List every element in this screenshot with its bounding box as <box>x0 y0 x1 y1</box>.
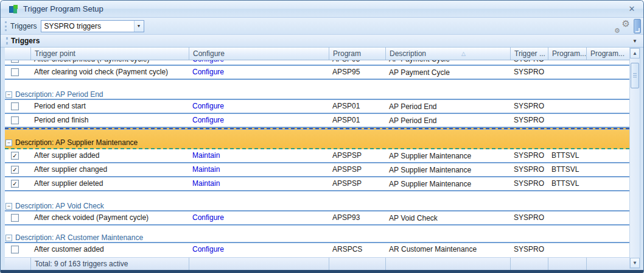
trigger-type-cell: SYSPRO <box>510 211 548 224</box>
title-bar: Trigger Program Setup ✕ <box>1 1 643 18</box>
close-icon[interactable]: ✕ <box>626 4 637 13</box>
program2-cell: BTTSVL <box>548 149 586 162</box>
description-cell: AP Payment Cycle <box>385 66 510 79</box>
row-checkbox[interactable]: ✓ <box>11 152 19 160</box>
trigger-type-cell: SYSPRO <box>510 100 548 113</box>
grid-footer: Total: 9 of 163 triggers active <box>5 257 629 270</box>
scrollbar-thumb[interactable] <box>631 63 639 88</box>
header-program[interactable]: Program <box>329 48 385 60</box>
panel-title: Triggers <box>11 37 40 45</box>
program-cell: APSP95 <box>329 66 385 79</box>
triggers-dropdown-value: SYSPRO triggers <box>41 22 134 30</box>
table-row[interactable]: After clearing void check (Payment cycle… <box>5 66 629 80</box>
configure-link[interactable]: Configure <box>192 60 224 63</box>
settings-gear-icon[interactable]: ⚙ ⚙ <box>614 20 630 33</box>
header-description[interactable]: Description △ <box>385 48 510 60</box>
chevron-down-icon[interactable]: ▼ <box>134 21 144 32</box>
description-cell: AP Void Check <box>385 211 510 224</box>
table-row[interactable]: After customer added Configure ARSPCS AR… <box>5 243 629 255</box>
panel-caret-icon[interactable]: ▼ <box>632 38 637 44</box>
maintain-link[interactable]: Maintain <box>192 179 220 188</box>
panel-grip[interactable] <box>6 37 8 44</box>
scroll-down-icon[interactable]: ▼ <box>630 258 640 268</box>
header-trigger-point[interactable]: Trigger point <box>30 48 189 60</box>
program2-cell: BTTSVL <box>548 177 586 190</box>
program2-cell <box>548 211 586 224</box>
total-triggers-active: Total: 9 of 163 triggers active <box>30 258 189 270</box>
program2-cell <box>548 100 586 113</box>
program-cell: APSP01 <box>329 100 385 113</box>
header-checkbox-column <box>5 48 30 60</box>
program-cell: APSPSP <box>329 149 385 162</box>
trigger-program-setup-window: Trigger Program Setup ✕ Triggers SYSPRO … <box>0 0 644 273</box>
trigger-point-cell: After check voided (Payment cycle) <box>30 211 189 224</box>
row-checkbox[interactable] <box>11 60 19 63</box>
description-cell: AP Supplier Maintenance <box>385 149 510 162</box>
collapse-icon[interactable]: − <box>5 235 12 241</box>
trigger-type-cell: SYSPRO <box>510 177 548 190</box>
scroll-up-icon[interactable]: ▲ <box>630 48 640 58</box>
toolbar-grip[interactable] <box>5 21 7 31</box>
program-cell: APSP93 <box>329 211 385 224</box>
program2-cell <box>548 114 586 127</box>
triggers-grid: Trigger point Configure Program Descript… <box>5 48 629 270</box>
configure-link[interactable]: Configure <box>192 102 224 110</box>
maintain-link[interactable]: Maintain <box>192 165 220 174</box>
row-checkbox[interactable] <box>11 246 19 254</box>
table-row[interactable]: Period end finish Configure APSP01 AP Pe… <box>5 114 629 128</box>
vertical-scrollbar[interactable]: ▲ ▼ <box>629 48 640 269</box>
row-checkbox[interactable] <box>11 102 19 110</box>
trigger-point-cell: After customer added <box>30 243 189 255</box>
row-checkbox[interactable] <box>11 68 19 76</box>
header-program-2[interactable]: Program... <box>548 48 586 60</box>
program2-cell <box>548 66 586 79</box>
configure-link[interactable]: Configure <box>192 68 224 76</box>
description-cell: AP Period End <box>385 100 510 113</box>
row-checkbox[interactable] <box>11 214 19 222</box>
program-cell: APSPSP <box>329 163 385 176</box>
collapse-icon[interactable]: − <box>5 203 12 210</box>
group-label: Description: AR Customer Maintenance <box>15 233 143 242</box>
configure-link[interactable]: Configure <box>192 116 224 124</box>
panel-expander[interactable] <box>634 19 641 34</box>
trigger-point-cell: After supplier added <box>30 149 189 162</box>
group-header-ap-void-check[interactable]: − Description: AP Void Check <box>5 202 629 211</box>
row-checkbox[interactable] <box>11 116 19 124</box>
collapse-icon[interactable]: − <box>5 91 12 98</box>
table-row[interactable]: ✓ After supplier deleted Maintain APSPSP… <box>5 177 629 191</box>
description-cell: AP Period End <box>385 114 510 127</box>
table-row[interactable]: ✓ After supplier changed Maintain APSPSP… <box>5 163 629 177</box>
group-header-ar-customer-maintenance[interactable]: − Description: AR Customer Maintenance <box>5 233 629 243</box>
toolbar: Triggers SYSPRO triggers ▼ ⚙ ⚙ <box>1 18 643 35</box>
program-cell: APSP95 <box>329 60 385 65</box>
collapse-icon[interactable]: − <box>5 140 12 146</box>
header-configure[interactable]: Configure <box>189 48 329 60</box>
trigger-point-cell: After check printed (Payment cycle) <box>30 60 189 65</box>
configure-link[interactable]: Configure <box>192 245 224 254</box>
row-checkbox[interactable]: ✓ <box>11 166 19 174</box>
table-row[interactable]: After check printed (Payment cycle) Conf… <box>5 60 629 66</box>
trigger-point-cell: Period end start <box>30 100 189 113</box>
description-cell: AP Supplier Maintenance <box>385 163 510 176</box>
program-cell: ARSPCS <box>329 243 385 255</box>
header-trigger-type[interactable]: Trigger ... <box>510 48 548 60</box>
group-header-ap-period-end[interactable]: − Description: AP Period End <box>5 90 629 100</box>
configure-link[interactable]: Configure <box>192 213 224 222</box>
table-row[interactable]: ✓ After supplier added Maintain APSPSP A… <box>5 149 629 163</box>
table-row[interactable]: Period end start Configure APSP01 AP Per… <box>5 100 629 114</box>
trigger-type-cell: SYSPRO <box>510 243 548 255</box>
triggers-dropdown[interactable]: SYSPRO triggers ▼ <box>41 20 144 32</box>
table-row[interactable]: After check voided (Payment cycle) Confi… <box>5 211 629 225</box>
row-checkbox[interactable]: ✓ <box>11 180 19 188</box>
group-header-ap-supplier-maintenance-selected[interactable]: − Description: AP Supplier Maintenance <box>5 128 629 149</box>
trigger-type-cell: SYSPRO <box>510 60 548 65</box>
grid-column-headers: Trigger point Configure Program Descript… <box>5 48 629 60</box>
trigger-point-cell: Period end finish <box>30 114 189 127</box>
description-cell: AP Supplier Maintenance <box>385 177 510 190</box>
header-program-3[interactable]: Program... <box>586 48 629 60</box>
program2-cell <box>548 60 586 65</box>
description-cell: AR Customer Maintenance <box>385 243 510 255</box>
group-label: Description: AP Void Check <box>15 202 104 210</box>
maintain-link[interactable]: Maintain <box>192 151 220 160</box>
triggers-dropdown-label: Triggers <box>10 22 37 30</box>
